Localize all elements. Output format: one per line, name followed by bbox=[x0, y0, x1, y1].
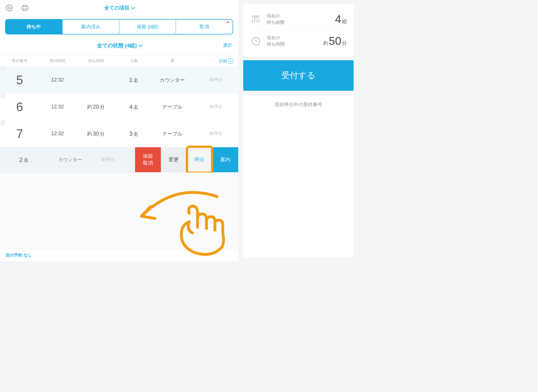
tab-waiting[interactable]: 待ち中 bbox=[6, 20, 62, 34]
row-status: 未呼出 bbox=[193, 104, 238, 110]
printer-icon[interactable] bbox=[21, 4, 29, 12]
action-status: 未呼出 bbox=[92, 157, 123, 163]
row-wait: 約30分 bbox=[76, 130, 116, 137]
topbar: 全ての項目 bbox=[0, 0, 238, 16]
stat-value: 約50分 bbox=[323, 35, 347, 47]
tab-label: 取消 bbox=[200, 24, 209, 29]
row-num: 7 bbox=[0, 127, 39, 141]
footer: 次の予約 なし bbox=[0, 249, 238, 261]
people-icon bbox=[250, 13, 262, 25]
tab-label: 待ち中 bbox=[27, 24, 41, 29]
header-status: 詳細 + bbox=[193, 59, 238, 64]
svg-point-1 bbox=[253, 16, 255, 18]
tabs: 待ち中 案内済み 保留 (0組) 取消 bbox=[0, 16, 238, 34]
svg-point-0 bbox=[8, 7, 10, 9]
action-people: 2名 bbox=[0, 156, 48, 164]
status-filter[interactable]: 全ての状態 (4組) bbox=[97, 42, 142, 49]
queue-rows: 5 12:32 - 1名 カウンター 未呼出 6 12:32 約20分 4名 テ… bbox=[0, 67, 238, 172]
wait-time-stat: 現在の 待ち時間 約50分 bbox=[250, 31, 347, 51]
filter-row: 全ての状態 (4組) 選択 bbox=[0, 36, 238, 56]
header-dropdown[interactable]: 全ての項目 bbox=[104, 4, 134, 11]
empty-area bbox=[0, 172, 238, 249]
bookmark-icon bbox=[1, 94, 5, 101]
queue-row[interactable]: 7 12:32 約30分 3名 テーブル 未呼出 bbox=[0, 120, 238, 147]
reception-button[interactable]: 受付する bbox=[243, 60, 354, 91]
action-seat: カウンター bbox=[48, 157, 92, 163]
stat-label: 現在の 待ち時間 bbox=[267, 35, 285, 47]
header-wait: 待ち時間 bbox=[76, 59, 116, 64]
chevron-down-icon bbox=[138, 43, 142, 47]
row-seat: テーブル bbox=[151, 104, 193, 110]
row-time: 12:32 bbox=[39, 131, 76, 137]
queue-row[interactable]: 5 12:32 - 1名 カウンター 未呼出 bbox=[0, 67, 238, 94]
next-reservation[interactable]: 次の予約 なし bbox=[6, 253, 32, 258]
stat-label: 現在の 待ち組数 bbox=[267, 13, 285, 25]
tab-cancel[interactable]: 取消 bbox=[176, 20, 233, 34]
svg-point-2 bbox=[255, 16, 257, 18]
calling-card: 現在呼出中の受付番号 bbox=[243, 95, 354, 257]
row-status: 未呼出 bbox=[193, 77, 238, 83]
tab-hold[interactable]: 保留 (0組) bbox=[119, 20, 176, 34]
column-headers: 受付番号 受付時間 待ち時間 人数 席 詳細 + bbox=[0, 56, 238, 67]
header-dropdown-label: 全ての項目 bbox=[104, 4, 129, 11]
select-button[interactable]: 選択 bbox=[223, 43, 232, 48]
svg-point-3 bbox=[257, 16, 259, 18]
row-seat: テーブル bbox=[151, 130, 193, 137]
chevron-down-icon bbox=[131, 5, 135, 9]
clock-icon bbox=[250, 35, 262, 47]
row-wait: - bbox=[76, 77, 116, 83]
tab-label: 案内済み bbox=[81, 24, 100, 29]
filter-label: 全ての状態 (4組) bbox=[97, 42, 137, 49]
stat-value: 4組 bbox=[335, 13, 347, 25]
action-row: 2名 カウンター 未呼出 保留 取消 変更 呼出 案内 bbox=[0, 147, 238, 172]
bookmark-icon bbox=[1, 67, 5, 74]
header-seat: 席 bbox=[151, 59, 193, 64]
sidebar: 現在の 待ち組数 4組 現在の 待ち時間 約50分 bbox=[238, 0, 359, 261]
settings-icon[interactable] bbox=[5, 4, 13, 12]
call-button-label: 呼出 bbox=[194, 157, 205, 163]
calling-title: 現在呼出中の受付番号 bbox=[250, 101, 347, 108]
wait-count-stat: 現在の 待ち組数 4組 bbox=[250, 10, 347, 29]
header-people: 人数 bbox=[116, 59, 151, 64]
row-seat: カウンター bbox=[151, 77, 193, 83]
tab-label: 保留 (0組) bbox=[137, 24, 158, 29]
plus-icon: + bbox=[228, 59, 233, 64]
header-num: 受付番号 bbox=[0, 59, 39, 64]
change-button[interactable]: 変更 bbox=[161, 147, 187, 172]
bookmark-icon bbox=[1, 120, 5, 128]
row-num: 5 bbox=[0, 73, 39, 87]
call-button[interactable]: 呼出 bbox=[187, 147, 212, 172]
row-time: 12:32 bbox=[39, 77, 76, 83]
row-status: 未呼出 bbox=[193, 131, 238, 137]
hold-cancel-button[interactable]: 保留 取消 bbox=[135, 147, 161, 172]
detail-button[interactable]: 詳細 + bbox=[219, 59, 233, 64]
row-people: 4名 bbox=[116, 103, 151, 111]
detail-label: 詳細 bbox=[219, 59, 227, 64]
row-people: 3名 bbox=[116, 130, 151, 137]
row-num: 6 bbox=[0, 100, 39, 114]
row-wait: 約20分 bbox=[76, 104, 116, 110]
notification-dot-icon bbox=[227, 21, 229, 23]
stats-card: 現在の 待ち組数 4組 現在の 待ち時間 約50分 bbox=[243, 4, 354, 56]
queue-row[interactable]: 6 12:32 約20分 4名 テーブル 未呼出 bbox=[0, 94, 238, 120]
guide-button[interactable]: 案内 bbox=[212, 147, 238, 172]
row-time: 12:32 bbox=[39, 104, 76, 110]
tab-guided[interactable]: 案内済み bbox=[62, 20, 119, 34]
header-time: 受付時間 bbox=[39, 59, 76, 64]
row-people: 1名 bbox=[116, 76, 151, 84]
